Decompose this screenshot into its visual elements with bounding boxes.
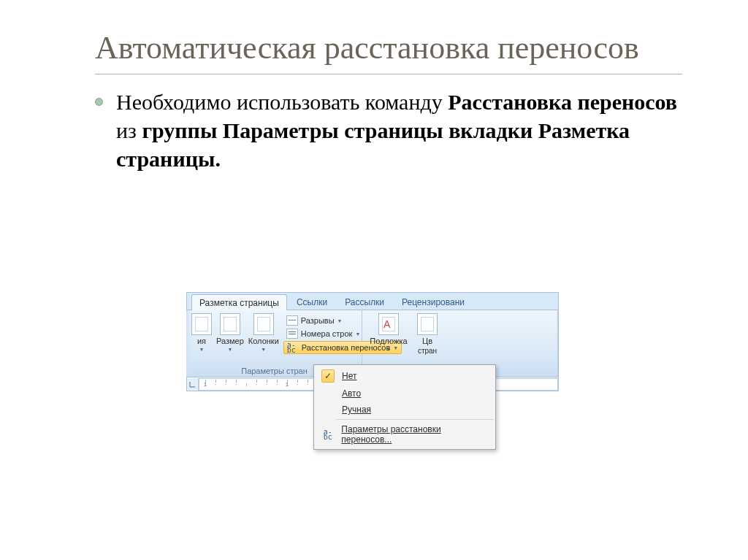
bullet-text: Необходимо использовать команду Расстано…: [116, 88, 682, 173]
hyphenation-icon: a-bc: [287, 342, 299, 353]
bullet-bold2: группы Параметры страницы вкладки Размет…: [116, 118, 630, 171]
ruler-tick: ·: [303, 381, 312, 388]
columns-button[interactable]: Колонки ▼: [248, 313, 279, 354]
ruler-tick: ·: [221, 381, 230, 388]
ruler-tick: ·: [232, 381, 240, 388]
size-button[interactable]: Размер ▼: [216, 313, 244, 354]
hyphenation-option-manual[interactable]: Ручная: [316, 402, 494, 418]
tab-page-layout[interactable]: Разметка страницы: [191, 294, 287, 310]
tab-mailings[interactable]: Рассылки: [337, 294, 392, 310]
chevron-down-icon: ▼: [199, 347, 205, 352]
line-numbers-label: Номера строк: [301, 329, 353, 338]
size-icon: [220, 313, 240, 335]
bullet-part1: Необходимо использовать команду: [116, 90, 448, 114]
bullet-part2: из: [116, 118, 142, 142]
hyphenation-option-none[interactable]: ✓ Нет: [316, 367, 494, 386]
word-ribbon-screenshot: Разметка страницы Ссылки Рассылки Реценз…: [186, 292, 559, 391]
line-numbers-icon: [286, 329, 298, 339]
option-label: Нет: [342, 371, 356, 381]
breaks-label: Разрывы: [301, 316, 335, 325]
ruler-tab-selector[interactable]: [187, 378, 199, 391]
bullet-item: Необходимо использовать команду Расстано…: [95, 88, 682, 173]
tab-references[interactable]: Ссылки: [289, 294, 335, 310]
chevron-down-icon: ▼: [386, 347, 392, 352]
ruler-tick: ·: [262, 381, 271, 388]
bullet-marker: [95, 98, 103, 106]
page-color-sub: стран: [418, 347, 437, 355]
ruler-tick: ·: [293, 381, 302, 388]
tab-review[interactable]: Рецензировани: [394, 294, 473, 310]
chevron-down-icon: ▼: [227, 347, 232, 352]
ruler-tick: ·: [252, 381, 261, 388]
hyphenation-dropdown: ✓ Нет Авто Ручная a-bc Параметры расстан…: [313, 364, 496, 450]
page-color-icon: [417, 313, 438, 335]
columns-icon: [253, 313, 274, 335]
page-color-button[interactable]: Цв стран: [415, 313, 440, 355]
watermark-label: Подложка: [370, 337, 407, 345]
chevron-down-icon: ▼: [261, 347, 266, 352]
ruler-tick: ·: [272, 381, 281, 388]
ruler-tick: 1: [201, 381, 210, 388]
hyphenation-options-dialog[interactable]: a-bc Параметры расстановки переносов...: [316, 421, 494, 448]
ribbon-tabs: Разметка страницы Ссылки Рассылки Реценз…: [187, 293, 558, 310]
slide-title: Автоматическая расстановка переносов: [95, 29, 682, 74]
chevron-down-icon: ▼: [355, 331, 360, 337]
option-label: Параметры расстановки переносов...: [341, 424, 489, 445]
orientation-label: ия: [197, 337, 206, 345]
hyphenation-icon: a-bc: [324, 429, 332, 440]
breaks-icon: [286, 315, 298, 326]
tab-stop-icon: [189, 381, 196, 388]
check-icon: ✓: [321, 369, 335, 383]
columns-label: Колонки: [248, 337, 279, 345]
page-color-label: Цв: [422, 337, 432, 345]
orientation-button[interactable]: ия ▼: [191, 313, 212, 354]
size-label: Размер: [216, 337, 244, 345]
bullet-bold1: Расстановка переносов: [448, 90, 677, 114]
ruler-tick: 1: [283, 381, 291, 388]
menu-separator: [336, 419, 494, 420]
option-label: Авто: [342, 388, 361, 399]
chevron-down-icon: ▼: [337, 318, 343, 323]
ruler-tick: ·: [211, 381, 220, 388]
option-label: Ручная: [342, 404, 371, 415]
orientation-icon: [191, 313, 212, 335]
watermark-icon: A: [378, 313, 399, 335]
hyphenation-option-auto[interactable]: Авто: [316, 386, 494, 402]
watermark-button[interactable]: A Подложка ▼: [367, 313, 411, 355]
